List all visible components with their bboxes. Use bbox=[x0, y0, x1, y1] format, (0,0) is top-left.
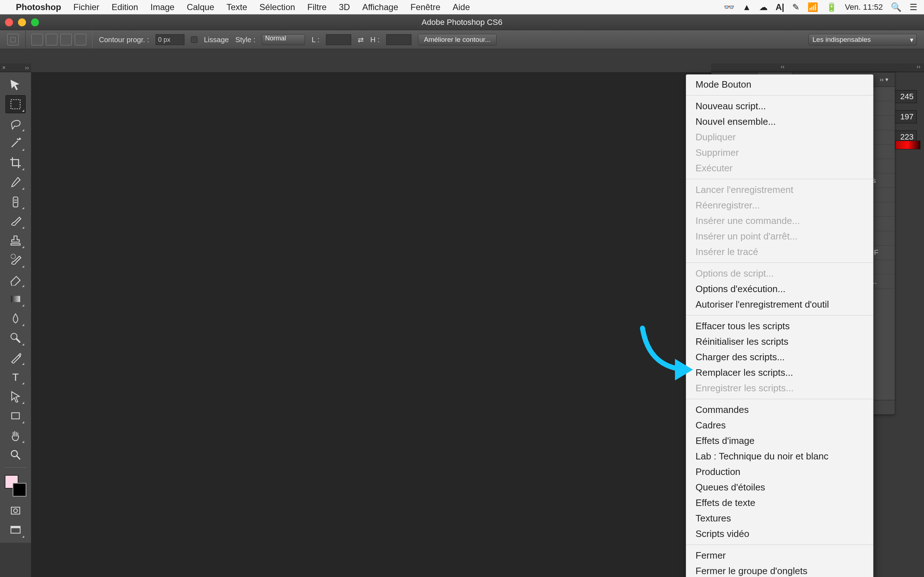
window-close-button[interactable] bbox=[5, 18, 13, 26]
notifications-icon[interactable]: ☰ bbox=[909, 2, 918, 12]
tool-shape[interactable] bbox=[5, 407, 26, 425]
tool-blur[interactable] bbox=[5, 309, 26, 327]
color-swatches[interactable] bbox=[5, 475, 26, 496]
selection-intersect-icon[interactable] bbox=[75, 34, 86, 45]
tool-move[interactable] bbox=[5, 76, 26, 94]
panels-collapse-strip[interactable]: ‹‹ ›› bbox=[711, 63, 924, 72]
menu-item[interactable]: Queues d'étoiles bbox=[686, 480, 873, 495]
tool-hand[interactable] bbox=[5, 426, 26, 444]
tool-crop[interactable] bbox=[5, 154, 26, 172]
menu-item[interactable]: Cadres bbox=[686, 417, 873, 433]
workspace-select[interactable]: Les indispensables bbox=[809, 34, 917, 45]
tool-history-brush[interactable] bbox=[5, 251, 26, 269]
menu-item[interactable]: Réinitialiser les scripts bbox=[686, 334, 873, 350]
window-zoom-button[interactable] bbox=[31, 18, 39, 26]
selection-new-icon[interactable] bbox=[31, 34, 43, 45]
workspace-label: Les indispensables bbox=[813, 36, 871, 44]
menu-item: Dupliquer bbox=[686, 129, 873, 145]
menu-separator bbox=[686, 95, 873, 95]
svg-point-2 bbox=[19, 139, 20, 140]
tool-marquee[interactable] bbox=[5, 95, 26, 113]
creative-cloud-icon[interactable]: ☁︎ bbox=[759, 2, 768, 12]
menu-fichier[interactable]: Fichier bbox=[73, 2, 99, 12]
background-swatch[interactable] bbox=[13, 483, 26, 496]
menu-calque[interactable]: Calque bbox=[187, 2, 214, 12]
window-minimize-button[interactable] bbox=[18, 18, 26, 26]
tool-stamp[interactable] bbox=[5, 232, 26, 250]
tool-lasso[interactable] bbox=[5, 115, 26, 133]
tool-healing[interactable] bbox=[5, 193, 26, 211]
menu-item[interactable]: Scripts vidéo bbox=[686, 526, 873, 542]
glasses-icon[interactable]: 👓 bbox=[724, 2, 735, 12]
quick-mask-button[interactable] bbox=[5, 501, 26, 520]
menubar-app[interactable]: Photoshop bbox=[16, 2, 61, 12]
menu-item: Réenregistrer... bbox=[686, 198, 873, 213]
gdrive-icon[interactable]: ▲ bbox=[743, 2, 751, 12]
selection-subtract-icon[interactable] bbox=[60, 34, 72, 45]
menu-item[interactable]: Charger des scripts... bbox=[686, 350, 873, 365]
toolbox-collapse-strip[interactable]: ×›› bbox=[0, 63, 31, 72]
tool-zoom[interactable] bbox=[5, 446, 26, 464]
menu-item[interactable]: Textures bbox=[686, 511, 873, 526]
color-ramp[interactable] bbox=[895, 141, 921, 149]
tool-eraser[interactable] bbox=[5, 271, 26, 288]
height-input[interactable] bbox=[386, 34, 412, 45]
tool-type[interactable]: T bbox=[5, 368, 26, 386]
color-g-value[interactable]: 197 bbox=[892, 110, 917, 123]
tool-brush[interactable] bbox=[5, 212, 26, 230]
screen-mode-button[interactable] bbox=[5, 521, 26, 539]
menu-item[interactable]: Production bbox=[686, 464, 873, 480]
tool-eyedropper[interactable] bbox=[5, 173, 26, 191]
menu-item[interactable]: Options d'exécution... bbox=[686, 281, 873, 297]
menu-3d[interactable]: 3D bbox=[339, 2, 350, 12]
tool-wand[interactable] bbox=[5, 134, 26, 152]
menu-item[interactable]: Nouvel ensemble... bbox=[686, 114, 873, 129]
tool-path-select[interactable] bbox=[5, 387, 26, 405]
feather-input[interactable] bbox=[155, 34, 184, 45]
style-select[interactable]: Normal bbox=[262, 34, 305, 45]
svg-text:T: T bbox=[12, 371, 19, 383]
tool-dodge[interactable] bbox=[5, 329, 26, 347]
menu-separator bbox=[686, 263, 873, 263]
color-r-value[interactable]: 245 bbox=[892, 90, 917, 103]
menu-item[interactable]: Commandes bbox=[686, 402, 873, 417]
menu-aide[interactable]: Aide bbox=[452, 2, 470, 12]
wifi-icon[interactable]: 📶 bbox=[808, 2, 818, 12]
menu-item[interactable]: Lab : Technique du noir et blanc bbox=[686, 449, 873, 464]
menu-affichage[interactable]: Affichage bbox=[362, 2, 399, 12]
menu-texte[interactable]: Texte bbox=[226, 2, 247, 12]
menu-item[interactable]: Effets d'image bbox=[686, 433, 873, 449]
battery-icon[interactable]: 🔋 bbox=[826, 2, 837, 12]
menu-edition[interactable]: Edition bbox=[111, 2, 138, 12]
evernote-icon[interactable]: ✎ bbox=[792, 2, 800, 12]
width-input[interactable] bbox=[326, 34, 351, 45]
menu-item[interactable]: Effets de texte bbox=[686, 495, 873, 511]
menubar-clock[interactable]: Ven. 11:52 bbox=[845, 3, 883, 12]
tool-gradient[interactable] bbox=[5, 290, 26, 308]
canvas-area[interactable] bbox=[31, 72, 711, 577]
selection-mode-group bbox=[25, 31, 92, 49]
tool-pen[interactable] bbox=[5, 348, 26, 366]
panel-flyout-button[interactable]: ›› ▾ bbox=[873, 73, 895, 87]
menu-selection[interactable]: Sélection bbox=[260, 2, 295, 12]
antialias-checkbox[interactable] bbox=[191, 36, 197, 43]
menu-fenetre[interactable]: Fenêtre bbox=[410, 2, 440, 12]
menu-item[interactable]: Effacer tous les scripts bbox=[686, 318, 873, 334]
menu-item[interactable]: Nouveau script... bbox=[686, 98, 873, 114]
svg-rect-0 bbox=[10, 37, 15, 42]
tool-preset-picker[interactable] bbox=[7, 34, 19, 45]
refine-edge-button[interactable]: Améliorer le contour... bbox=[418, 34, 497, 45]
menu-item[interactable]: Fermer le groupe d'onglets bbox=[686, 563, 873, 577]
selection-add-icon[interactable] bbox=[46, 34, 57, 45]
menu-item[interactable]: Fermer bbox=[686, 548, 873, 563]
swap-wh-icon[interactable]: ⇄ bbox=[358, 35, 364, 44]
menu-filtre[interactable]: Filtre bbox=[307, 2, 327, 12]
menu-item[interactable]: Remplacer les scripts... bbox=[686, 365, 873, 380]
menu-item[interactable]: Autoriser l'enregistrement d'outil bbox=[686, 297, 873, 312]
window-traffic-lights bbox=[5, 18, 39, 26]
spotlight-icon[interactable]: 🔍 bbox=[891, 2, 901, 12]
photoshop-window: Adobe Photoshop CS6 Contour progr. : Lis… bbox=[0, 15, 924, 577]
menu-image[interactable]: Image bbox=[150, 2, 175, 12]
adobe-a-icon[interactable]: A| bbox=[775, 2, 784, 12]
menu-item[interactable]: Mode Bouton bbox=[686, 77, 873, 92]
